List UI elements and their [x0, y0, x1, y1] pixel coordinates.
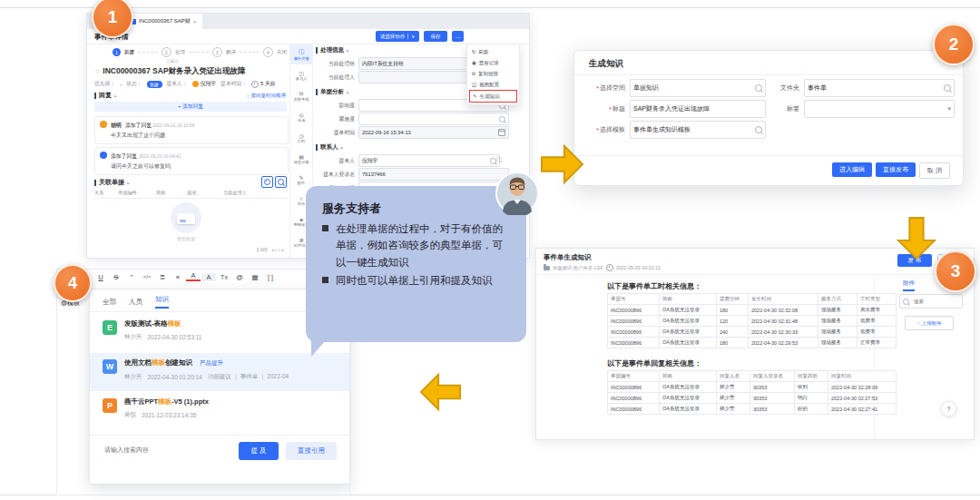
item-time: 2022-04-30 01:20:14 [148, 374, 202, 380]
rail-item-activity[interactable]: ▤动态记录 [290, 148, 312, 169]
related-section-header[interactable]: 关联单据 ▴ [94, 178, 129, 187]
col-short-name: 简称 [156, 190, 187, 196]
tab-bar: 事件单 INC00000367 SAP财 × [87, 14, 529, 29]
related-search-button[interactable] [275, 176, 287, 188]
rail-item-related[interactable]: ⧉关联单据 [290, 85, 312, 106]
people-icon: ◫ [299, 70, 304, 76]
template-field[interactable]: 事件单生成知识模板 [630, 121, 766, 139]
reporter-field[interactable]: 倪翔宇 [358, 154, 500, 167]
tab-all[interactable]: 全部 [103, 298, 116, 307]
more-actions-button[interactable]: ⋯ [452, 31, 464, 42]
reply-section-header[interactable]: 回复 ▴ [94, 91, 116, 100]
folder-field[interactable]: 事件单 [804, 79, 955, 97]
sla-icon: ◎ [299, 112, 303, 118]
contacts-header[interactable]: 联系人▴ [316, 143, 343, 152]
save-button[interactable]: 保存 [424, 31, 447, 42]
button-label: 上传附件 [921, 320, 941, 327]
comment-time: 2022-09-21 16:10:58 [152, 123, 194, 128]
highlight-color-icon[interactable]: A [201, 273, 216, 281]
strikethrough-icon[interactable]: S [109, 273, 123, 281]
related-table-header: 关系 单据编号 简称 描述 当前处理人 [94, 190, 287, 196]
folder-icon [544, 266, 550, 270]
editor-toolbar: B I U S ” </> ≣ ≡ A A Tx @ ▦ [ ] [63, 272, 278, 281]
table-header-row: 单据号 简称 花费分钟 发生时间 服务方式 工时类型 [608, 294, 897, 305]
code-icon[interactable]: </> [140, 274, 154, 279]
rail-item-participants[interactable]: ◫参与人 [290, 64, 312, 85]
urgency-field[interactable] [358, 113, 509, 125]
collapse-handle[interactable]: ▾ [166, 59, 179, 64]
publish-directly-button[interactable]: 直接发布 [876, 162, 916, 177]
rail-item-worktime[interactable]: ◷工时 [290, 127, 312, 148]
worktime-heading: 以下是事件单工时相关信息： [607, 281, 701, 291]
cancel-button[interactable]: 取 消 [919, 162, 950, 179]
rail-item-sla[interactable]: ◎SLA [290, 106, 312, 127]
reporter-chip[interactable]: 倪翔宇 [192, 80, 216, 88]
close-tab-icon[interactable]: × [193, 19, 197, 25]
info-circle-icon[interactable]: ⓘ [496, 156, 502, 164]
title-label: *标题 [578, 104, 625, 113]
blockquote-icon[interactable]: ” [124, 273, 139, 281]
tab-knowledge[interactable]: 知识 [155, 295, 169, 309]
table-row: INC00000896OA系统无法登录林少芳30353好的2022-04-30 … [608, 404, 897, 415]
col-ticket-no: 单据编号 [118, 190, 156, 196]
add-reply-button[interactable]: + 添加回复 [94, 102, 287, 112]
search-field[interactable] [912, 298, 952, 305]
field-value: 事件单生成知识模板 [633, 125, 691, 134]
underline-icon[interactable]: U [93, 273, 108, 281]
analysis-header[interactable]: 单据分析▴ [316, 88, 348, 96]
report-time-field[interactable]: 2022-09-16 15:34:13 [358, 126, 509, 139]
canvas: { "sym": {"collapse":"▴","dropdown":"▾",… [0, 0, 980, 500]
pagination[interactable]: 1-0/0 « ‹ › » [257, 247, 284, 252]
rail-item-attachments[interactable]: ✎附件 [290, 169, 312, 190]
item-author: 林少芳 [124, 373, 142, 381]
tab-label: INC00000367 SAP财 [139, 17, 191, 25]
quote-directly-button[interactable]: 直接引用 [286, 442, 337, 460]
space-field[interactable]: 单据知识 [630, 79, 766, 97]
fullscreen-icon[interactable]: [ ] [263, 274, 278, 280]
process-info-header[interactable]: 处理信息▴ [316, 46, 348, 54]
knowledge-item-selected[interactable]: W 使用文档模板创建知识产品提升 林少芳2022-04-30 01:20:14功… [90, 353, 349, 391]
pagination-arrows-icon[interactable]: « ‹ › » [271, 247, 284, 252]
collapse-icon: ▴ [341, 145, 343, 150]
help-button[interactable]: ? [941, 401, 956, 417]
menu-item-generate-knowledge[interactable]: ✎生成知识 [469, 90, 517, 103]
upload-attachment-button[interactable]: ↑上传附件 [905, 316, 954, 330]
mention-icon[interactable]: @ [232, 273, 247, 281]
tag-select[interactable]: ▾ [804, 100, 955, 118]
insert-grid-icon[interactable]: ▦ [248, 273, 262, 281]
font-color-icon[interactable]: A [186, 272, 201, 281]
attachment-search-input[interactable] [899, 294, 963, 309]
mention-search-input[interactable] [103, 446, 206, 454]
rail-item-detail[interactable]: ⓘ事件详情 [290, 44, 312, 64]
menu-item-view-records[interactable]: ◉查看记录 [467, 57, 519, 68]
status-stepper: 1 新建 2 处理 3 解决 4 关闭 [113, 47, 287, 57]
field-value: 事件单 [808, 83, 827, 93]
section-title: 处理信息 [320, 46, 344, 54]
button-label: 进入编辑 [839, 165, 865, 174]
sort-replies-link[interactable]: ↑ 按回复时间顺序 [247, 93, 286, 99]
title-field[interactable]: SAP财务录入凭证出现故障 [630, 100, 766, 118]
menu-item-refresh[interactable]: ↻刷新 [467, 46, 519, 57]
knowledge-item[interactable]: P 燕千云PPT模板-V5 (1).pptx 蒋悦2021-12-03 23:1… [90, 393, 349, 429]
enter-edit-button[interactable]: 进入编辑 [832, 162, 872, 177]
tab-people[interactable]: 人员 [129, 298, 142, 307]
reporter-login-field[interactable]: 76137466 [358, 168, 509, 181]
ordered-list-icon[interactable]: ≣ [155, 273, 170, 281]
bullet-list-icon[interactable]: ≡ [171, 273, 185, 281]
save-label: 保存 [431, 34, 441, 40]
clear-format-icon[interactable]: Tx [217, 274, 231, 280]
related-settings-button[interactable] [261, 176, 273, 188]
attachment-icon: ✎ [299, 174, 303, 181]
select-action-button[interactable]: 请选择动作 ∨ [376, 31, 419, 42]
collapse-icon: ▴ [347, 48, 348, 53]
reply-comment-1: 胡明 添加了回复 2022-09-21 16:10:58 今天又出现了这个问题 [94, 116, 289, 144]
menu-item-view-config[interactable]: ◫视图配置 [467, 79, 519, 90]
menu-item-copy-link[interactable]: ⧉复制链接 [467, 68, 519, 79]
tab-incident-detail[interactable]: INC00000367 SAP财 × [125, 14, 202, 29]
step1-label: 新建 [124, 49, 134, 55]
config-icon: ◫ [472, 82, 476, 87]
mention-button[interactable]: 提 及 [239, 442, 279, 460]
attachments-tab[interactable]: 附件 [903, 279, 915, 291]
rail-label: 事件详情 [294, 56, 309, 61]
star-icon[interactable]: ☆ [94, 68, 100, 75]
